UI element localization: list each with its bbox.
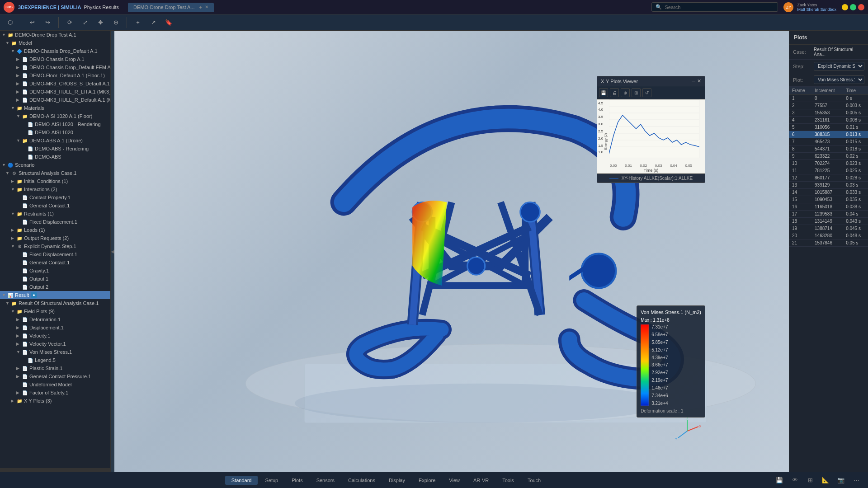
table-row[interactable]: 63883150.013 s [789,131,868,138]
tree-item-vel-vector[interactable]: ▶ 📄 Velocity Vector.1 [0,340,110,348]
fit-button[interactable]: ⤢ [79,16,91,29]
horizontal-scrollbar[interactable] [0,468,110,472]
xy-print-button[interactable]: 🖨 [610,88,619,97]
tree-item-abs-render[interactable]: 📄 DEMO-ABS - Rendering [0,145,110,153]
statusbar-tab-calculations[interactable]: Calculations [342,476,382,485]
tree-item-general-contact2[interactable]: 📄 General Contact.1 [0,258,110,267]
tree-item-mk3-hull-default[interactable]: ▶ 📄 DEMO-MK3_HULL_R_Default A.1 (MK3_HUL… [0,96,110,104]
tree-item-mk3-cross[interactable]: ▶ 📄 DEMO-MK3_CROSS_S_Default A.1 [0,80,110,88]
statusbar-tab-plots[interactable]: Plots [285,476,309,485]
tree-item-von-mises[interactable]: ▼ 📄 Von Mises Stress.1 [0,348,110,356]
statusbar-tab-sensors[interactable]: Sensors [310,476,341,485]
tree-item-factor-safety[interactable]: ▶ 📄 Factor of Safety.1 [0,389,110,397]
table-row[interactable]: 74654730.015 s [789,138,868,145]
table-row[interactable]: 139391290.03 s [789,182,868,189]
xy-reset-button[interactable]: ↺ [642,88,651,97]
xy-plots-viewer[interactable]: X-Y Plots Viewer ─ ✕ 💾 🖨 ⊕ ⊞ ↺ 4.5 4.0 3… [597,76,705,183]
measure-status-button[interactable]: 📐 [819,474,832,487]
tree-item-aisi-render[interactable]: 📄 DEMO-AISI 1020 - Rendering [0,120,110,128]
table-row[interactable]: 2115378460.05 s [789,239,868,247]
tree-item-struct-analysis[interactable]: ▼ ⚙ Structural Analysis Case.1 [0,169,110,177]
panel-collapse-handle[interactable]: ◀ [111,31,114,472]
xy-close-button[interactable]: ✕ [697,78,701,84]
tree-item-deformation[interactable]: ▶ 📄 Deformation.1 [0,315,110,324]
view-status-button[interactable]: 👁 [788,474,801,487]
viewport[interactable]: X-Y Plots Viewer ─ ✕ 💾 🖨 ⊕ ⊞ ↺ 4.5 4.0 3… [114,31,789,472]
table-row[interactable]: 1410158870.033 s [789,189,868,196]
table-row[interactable]: 31553530.005 s [789,109,868,117]
tree-item-output2[interactable]: 📄 Output.2 [0,283,110,291]
save-status-button[interactable]: 💾 [773,474,786,487]
tree-item-general-contact[interactable]: 📄 General Contact.1 [0,202,110,210]
tree-item-aisi-floor[interactable]: ▼ 📁 DEMO-AISI 1020 A.1 (Floor) [0,112,110,120]
tree-item-materials[interactable]: ▼ 📁 Materials [0,104,110,112]
tree-item-fixed-disp[interactable]: 📄 Fixed Displacement.1 [0,218,110,226]
statusbar-tab-touch[interactable]: Touch [521,476,547,485]
add-button[interactable]: + [132,16,144,29]
redo-button[interactable]: ↪ [41,16,54,29]
search-input[interactable] [665,5,774,10]
home-button[interactable]: ⬡ [4,16,16,29]
grid-status-button[interactable]: ⊞ [804,474,816,487]
close-button[interactable] [858,4,864,10]
tree-item-restraints[interactable]: ▼ 📁 Restraints (1) [0,210,110,218]
xy-minimize-button[interactable]: ─ [692,78,695,84]
tree-item-initial-cond[interactable]: ▶ 📁 Initial Conditions (1) [0,177,110,185]
tree-item-floor[interactable]: ▶ 📄 DEMO-Floor_Default A.1 (Floor-1) [0,71,110,80]
tree-item-interactions[interactable]: ▼ 📁 Interactions (2) [0,185,110,193]
statusbar-tab-view[interactable]: View [443,476,466,485]
table-row[interactable]: 85443710.018 s [789,145,868,153]
tree-item-legend5[interactable]: 📄 Legend.5 [0,356,110,364]
statusbar-tab-setup[interactable]: Setup [259,476,284,485]
main-tab[interactable]: DEMO-Drone Drop Test A... + ✕ [128,3,214,12]
tree-item-abs[interactable]: 📄 DEMO-ABS [0,153,110,161]
tab-close-icon[interactable]: ✕ [205,5,208,9]
statusbar-tab-display[interactable]: Display [382,476,411,485]
tree-item-aisi-1020[interactable]: 📄 DEMO-AISI 1020 [0,128,110,136]
table-row[interactable]: 1913887140.045 s [789,225,868,232]
plots-plot-select[interactable]: Von Mises Stress.1 [814,75,864,84]
maximize-button[interactable] [850,4,856,10]
plots-step-select[interactable]: Explicit Dynamic Step 1 [814,62,864,70]
tree-item-model[interactable]: ▼ 📁 Model [0,39,110,47]
tree-item-abs-drone[interactable]: ▼ 📁 DEMO-ABS A.1 (Drone) [0,136,110,145]
tree-item-output-req[interactable]: ▶ 📁 Output Requests (2) [0,234,110,242]
statusbar-tab-arvr[interactable]: AR-VR [467,476,495,485]
tree-item-explicit-step[interactable]: ▼ ⚙ Explicit Dynamic Step.1 [0,242,110,250]
table-row[interactable]: 117812250.025 s [789,167,868,174]
statusbar-tab-standard[interactable]: Standard [225,476,258,485]
tree-item-loads[interactable]: ▶ 📁 Loads (1) [0,226,110,234]
minimize-button[interactable] [842,4,848,10]
rotate-button[interactable]: ⟳ [63,16,76,29]
tree-item-contact-prop[interactable]: 📄 Contact Property.1 [0,193,110,202]
table-row[interactable]: 53100560.01 s [789,124,868,131]
tree-root[interactable]: ▼ 📁 DEMO-Drone Drop Test A.1 [0,31,110,39]
table-row[interactable]: 1712395830.04 s [789,211,868,218]
xy-zoom-button[interactable]: ⊕ [621,88,630,97]
table-row[interactable]: 107022740.023 s [789,160,868,167]
camera-status-button[interactable]: 📷 [835,474,847,487]
tree-item-chassis-fem[interactable]: ▶ 📄 DEMO-Chassis Drop_Default FEM A.1 [0,63,110,71]
table-row[interactable]: 2775570.003 s [789,102,868,109]
more-status-button[interactable]: ⋯ [850,474,863,487]
table-row[interactable]: 2014632800.048 s [789,232,868,239]
tree-item-output1[interactable]: 📄 Output.1 [0,275,110,283]
tree-item-gen-contact-pressure[interactable]: ▶ 📄 General Contact Pressure.1 [0,372,110,380]
table-row[interactable]: 128601770.028 s [789,174,868,182]
tree-item-field-plots[interactable]: ▼ 📁 Field Plots (9) [0,307,110,315]
xy-save-button[interactable]: 💾 [599,88,608,97]
tree-item-fixed-disp2[interactable]: 📄 Fixed Displacement.1 [0,250,110,258]
share-button[interactable]: ↗ [147,16,160,29]
tree-item-plastic-strain[interactable]: ▶ 📄 Plastic Strain.1 [0,364,110,372]
tree-item-chassis-drop[interactable]: ▶ 📄 DEMO-Chassis Drop A.1 [0,55,110,63]
tab-add-icon[interactable]: + [199,5,202,10]
tree-item-result-struct[interactable]: ▼ 📁 Result Of Structural Analysis Case.1 [0,299,110,307]
tree-item-displacement[interactable]: ▶ 📄 Displacement.1 [0,324,110,332]
table-row[interactable]: 1611650180.038 s [789,203,868,211]
undo-button[interactable]: ↩ [26,16,38,29]
statusbar-tab-tools[interactable]: Tools [496,476,520,485]
pan-button[interactable]: ✥ [94,16,107,29]
tree-item-velocity[interactable]: ▶ 📄 Velocity.1 [0,332,110,340]
zoom-button[interactable]: ⊕ [109,16,122,29]
tree-item-mk3-hull-lh[interactable]: ▶ 📄 DEMO-MK3_HULL_R_LH A.1 (MK3_HULL_R 1… [0,88,110,96]
